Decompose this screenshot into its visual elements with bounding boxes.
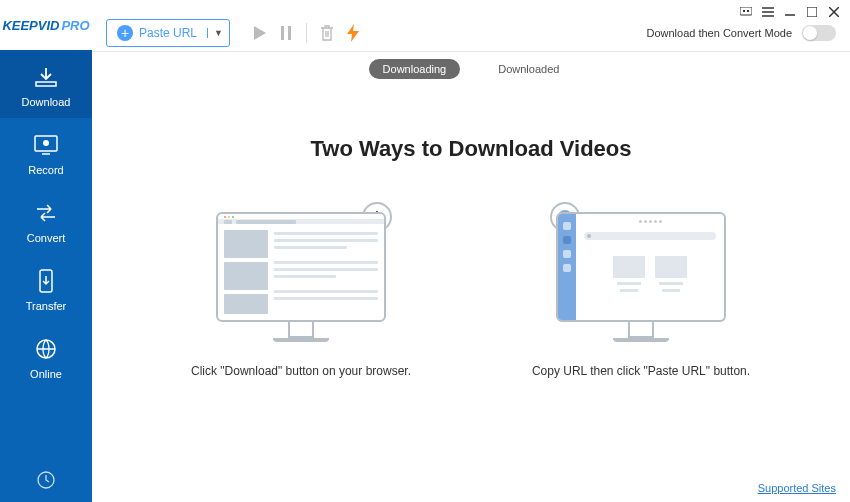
method-browser: Click "Download" button on your browser. bbox=[191, 212, 411, 380]
svg-point-2 bbox=[43, 140, 49, 146]
paste-url-label: Paste URL bbox=[139, 26, 197, 40]
divider bbox=[306, 23, 307, 43]
sidebar-bottom bbox=[36, 458, 56, 502]
svg-rect-8 bbox=[743, 10, 745, 12]
method-paste-caption: Copy URL then click "Paste URL" button. bbox=[532, 362, 750, 380]
sidebar-item-label: Convert bbox=[27, 232, 66, 244]
online-icon bbox=[31, 336, 61, 362]
paste-url-button-group: + Paste URL ▼ bbox=[106, 19, 230, 47]
clock-icon[interactable] bbox=[36, 470, 56, 490]
toolbar-right: Download then Convert Mode bbox=[646, 25, 836, 41]
paste-url-dropdown[interactable]: ▼ bbox=[207, 28, 229, 38]
record-icon bbox=[31, 132, 61, 158]
sidebar-item-label: Transfer bbox=[26, 300, 67, 312]
sidebar-item-download[interactable]: Download bbox=[0, 50, 92, 118]
logo-text-pro: PRO bbox=[61, 18, 89, 33]
trash-icon[interactable] bbox=[317, 23, 337, 43]
toolbar: + Paste URL ▼ Download then Convert Mode bbox=[92, 14, 850, 52]
method-paste: Copy URL then click "Paste URL" button. bbox=[531, 212, 751, 380]
headline: Two Ways to Download Videos bbox=[310, 136, 631, 162]
supported-sites-link[interactable]: Supported Sites bbox=[758, 482, 836, 494]
pause-icon[interactable] bbox=[276, 23, 296, 43]
logo: KEEPVID PRO bbox=[0, 0, 92, 50]
plus-icon: + bbox=[117, 25, 133, 41]
svg-rect-9 bbox=[747, 10, 749, 12]
sidebar: KEEPVID PRO Download Record Convert Tr bbox=[0, 0, 92, 502]
paste-url-button[interactable]: + Paste URL bbox=[107, 25, 207, 41]
browser-illustration bbox=[216, 212, 386, 342]
play-icon[interactable] bbox=[250, 23, 270, 43]
svg-rect-18 bbox=[288, 26, 291, 40]
footer: Supported Sites bbox=[92, 474, 850, 502]
app-root: KEEPVID PRO Download Record Convert Tr bbox=[0, 0, 850, 502]
sidebar-item-transfer[interactable]: Transfer bbox=[0, 254, 92, 322]
download-icon bbox=[31, 64, 61, 90]
sidebar-item-record[interactable]: Record bbox=[0, 118, 92, 186]
app-illustration bbox=[556, 212, 726, 342]
sidebar-item-online[interactable]: Online bbox=[0, 322, 92, 390]
svg-rect-17 bbox=[281, 26, 284, 40]
convert-icon bbox=[31, 200, 61, 226]
main-area: + Paste URL ▼ Download then Convert Mode… bbox=[92, 0, 850, 502]
svg-rect-0 bbox=[36, 82, 56, 86]
sidebar-item-label: Download bbox=[22, 96, 71, 108]
logo-text-keepvid: KEEPVID bbox=[2, 18, 59, 33]
content: Two Ways to Download Videos bbox=[92, 86, 850, 502]
tab-downloaded[interactable]: Downloaded bbox=[484, 59, 573, 79]
sidebar-item-convert[interactable]: Convert bbox=[0, 186, 92, 254]
sidebar-item-label: Record bbox=[28, 164, 63, 176]
tabs: Downloading Downloaded bbox=[92, 52, 850, 86]
tab-downloading[interactable]: Downloading bbox=[369, 59, 461, 79]
methods: Click "Download" button on your browser. bbox=[191, 212, 751, 380]
bolt-icon[interactable] bbox=[343, 23, 363, 43]
titlebar bbox=[92, 0, 850, 14]
method-browser-caption: Click "Download" button on your browser. bbox=[191, 362, 411, 380]
convert-mode-label: Download then Convert Mode bbox=[646, 27, 792, 39]
sidebar-item-label: Online bbox=[30, 368, 62, 380]
convert-mode-toggle[interactable] bbox=[802, 25, 836, 41]
transfer-icon bbox=[31, 268, 61, 294]
